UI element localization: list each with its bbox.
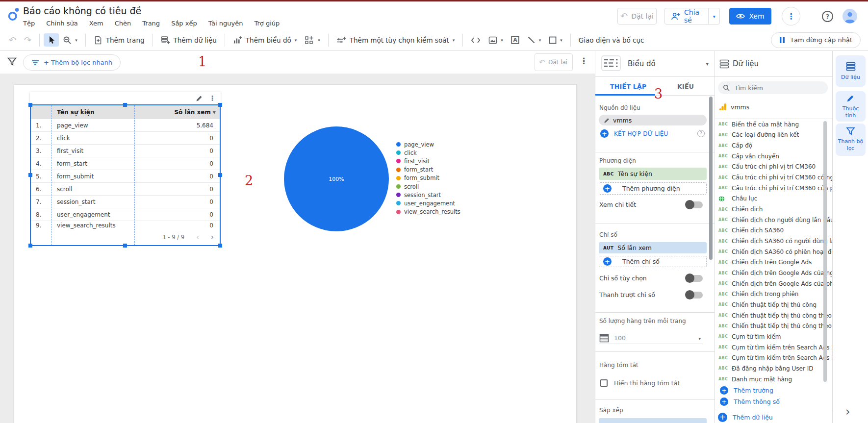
legend-item[interactable]: scroll	[396, 182, 460, 191]
optional-metrics-toggle[interactable]	[686, 275, 703, 282]
data-source-chip[interactable]: vmms	[599, 115, 707, 125]
field-item[interactable]: ABC Chiến thuật tiếp thị thủ công	[715, 299, 832, 310]
menu-item[interactable]: Tệp	[23, 20, 35, 27]
share-button[interactable]: Chia sẻ ▾	[664, 8, 720, 25]
field-item[interactable]: ABC Chiến dịch trên Google Ads của ngư..…	[715, 268, 832, 278]
metric-slider-toggle[interactable]	[686, 292, 703, 299]
legend-item[interactable]: user_engagement	[396, 199, 460, 207]
field-item[interactable]: ABC Chiến dịch cho người dùng lần đầu	[715, 215, 832, 225]
selection-handle[interactable]	[123, 244, 127, 248]
menu-item[interactable]: Trợ giúp	[254, 20, 280, 27]
field-item[interactable]: ABC Châu lục	[715, 194, 832, 204]
add-data-button-bottom[interactable]: Thêm dữ liệu	[718, 413, 773, 422]
selection-handle[interactable]	[123, 103, 127, 107]
add-quick-filter-button[interactable]: + Thêm bộ lọc nhanh	[23, 54, 121, 71]
add-page-button[interactable]: Thêm trang	[90, 33, 149, 47]
selection-handle[interactable]	[218, 173, 222, 177]
field-item[interactable]: ABC Chiến thuật tiếp thị thủ công theo n…	[715, 310, 832, 321]
events-pie-chart[interactable]: 100%	[284, 126, 389, 231]
table-row[interactable]: 6. scroll 0	[31, 183, 220, 196]
table-row[interactable]: 9. view_search_results 0	[31, 221, 220, 229]
add-image-button[interactable]: ▾	[485, 34, 507, 47]
tab-style[interactable]: KIỂU	[677, 83, 694, 90]
field-item[interactable]: ABC Cấu trúc chi phí vị trí CM360 có ngư…	[715, 172, 832, 183]
data-source-row[interactable]: vmms	[719, 103, 749, 111]
rail-tab-properties[interactable]: Thuộc tính	[836, 91, 866, 122]
filter-more-options-button[interactable]: ⋮	[580, 56, 588, 66]
legend-item[interactable]: page_view	[396, 140, 460, 149]
undo-button[interactable]: ↶	[5, 33, 20, 47]
select-tool-button[interactable]	[44, 33, 59, 47]
community-visualizations-button[interactable]: ▾	[301, 33, 324, 47]
field-item[interactable]: ABC Biến thể của mặt hàng	[715, 119, 832, 130]
share-main[interactable]: Chia sẻ	[665, 8, 708, 24]
caret-down-icon[interactable]: ▾	[698, 336, 701, 341]
add-data-button[interactable]: Thêm dữ liệu	[157, 33, 221, 47]
field-item[interactable]: ABC Chiến dịch trên Google Ads của phiê.…	[715, 278, 832, 289]
edit-pencil-icon[interactable]	[599, 117, 613, 124]
table-row[interactable]: 2. click 0	[31, 132, 220, 145]
rail-tab-filter-bar[interactable]: Thanh bộ lọc	[836, 124, 866, 156]
filter-funnel-icon[interactable]	[7, 57, 17, 66]
selection-handle[interactable]	[28, 244, 32, 248]
selection-handle[interactable]	[28, 173, 32, 177]
report-page[interactable]: ⋮ Tên sự kiện Số lần xem ▼	[14, 84, 577, 423]
field-item[interactable]: ABC Cấp độ	[715, 140, 832, 151]
more-options-button[interactable]: ⋮	[782, 7, 800, 25]
legend-item[interactable]: first_visit	[396, 157, 460, 165]
table-row[interactable]: 3. first_visit 0	[31, 145, 220, 157]
add-parameter-button[interactable]: Thêm thông số	[720, 398, 780, 406]
menu-item[interactable]: Tài nguyên	[208, 20, 243, 27]
report-canvas[interactable]: ⋮ Tên sự kiện Số lần xem ▼	[0, 74, 595, 423]
field-item[interactable]: ABC Cấu trúc chi phí vị trí CM360 của ph…	[715, 183, 832, 194]
legend-item[interactable]: form_submit	[396, 174, 460, 182]
help-button[interactable]: ?	[822, 11, 833, 22]
menu-item[interactable]: Xem	[89, 20, 103, 27]
tab-setup[interactable]: THIẾT LẬP	[610, 83, 647, 90]
add-chart-button[interactable]: Thêm biểu đồ ▾	[229, 33, 301, 47]
collapse-panel-icon[interactable]: ›	[845, 405, 850, 419]
legend-item[interactable]: view_search_results	[396, 208, 460, 216]
add-field-button[interactable]: Thêm trường	[720, 386, 773, 395]
legend-item[interactable]: click	[396, 149, 460, 157]
theme-layout-button[interactable]: Giao diện và bố cục	[575, 34, 648, 47]
add-shape-button[interactable]: ▾	[545, 34, 566, 47]
field-item[interactable]: ABC Cụm từ tìm kiếm trên Search Ads 360	[715, 342, 832, 353]
table-row[interactable]: 4. form_start 0	[31, 157, 220, 170]
table-row[interactable]: 8. user_engagement 0	[31, 208, 220, 221]
add-line-button[interactable]: ▾	[523, 33, 545, 47]
selection-handle[interactable]	[218, 244, 222, 248]
dimension-chip[interactable]: ABC Tên sự kiện	[599, 168, 707, 180]
zoom-tool-button[interactable]: ▾	[59, 33, 81, 47]
drilldown-toggle[interactable]	[686, 201, 703, 208]
field-item[interactable]: ABC Chiến dịch	[715, 204, 832, 215]
menu-item[interactable]: Trang	[142, 20, 160, 27]
redo-button[interactable]: ↷	[20, 33, 35, 47]
metric-chip[interactable]: AUT Số lần xem	[599, 242, 707, 253]
legend-item[interactable]: form_start	[396, 166, 460, 174]
field-item[interactable]: ABC Danh mục mặt hàng	[715, 374, 832, 383]
field-search-box[interactable]	[718, 81, 828, 94]
edit-pencil-icon[interactable]	[196, 95, 203, 102]
user-avatar[interactable]	[842, 9, 857, 24]
properties-scrollbar[interactable]	[709, 97, 713, 260]
field-list-scrollbar[interactable]	[823, 121, 827, 382]
help-question-icon[interactable]: ?	[697, 130, 705, 137]
field-item[interactable]: ABC Chiến dịch SA360 có người dùng lần..…	[715, 236, 832, 247]
share-dropdown-caret[interactable]: ▾	[708, 8, 719, 24]
add-dimension-button[interactable]: Thêm phương diện	[599, 182, 707, 195]
menu-item[interactable]: Chỉnh sửa	[46, 20, 78, 27]
table-row[interactable]: 5. form_submit 0	[31, 170, 220, 183]
chart-type-icon[interactable]	[601, 55, 621, 71]
component-more-options-button[interactable]: ⋮	[209, 94, 216, 102]
blend-data-button[interactable]: KẾT HỢP DỮ LIỆU	[600, 129, 668, 138]
menu-item[interactable]: Chèn	[115, 20, 131, 27]
add-metric-button[interactable]: Thêm chỉ số	[599, 256, 707, 267]
search-input[interactable]	[734, 84, 823, 92]
menu-item[interactable]: Sắp xếp	[171, 20, 197, 27]
looker-studio-logo-icon[interactable]	[7, 7, 21, 22]
chevron-down-icon[interactable]: ▾	[706, 61, 709, 67]
field-item[interactable]: ABC Chiến dịch SA360 có phiên hoạt động	[715, 247, 832, 257]
add-text-button[interactable]: A	[507, 33, 523, 47]
summary-checkbox[interactable]	[600, 379, 608, 387]
